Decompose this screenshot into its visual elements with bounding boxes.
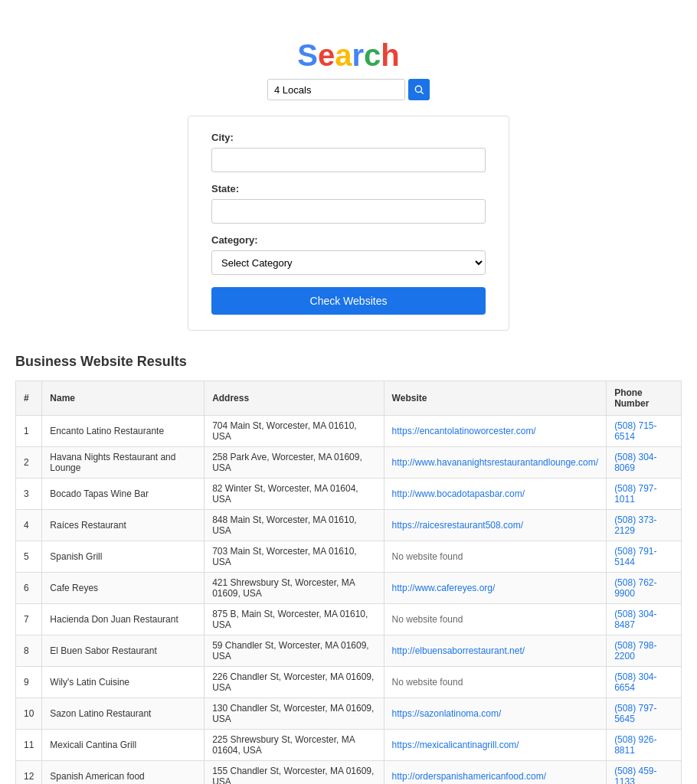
top-search-bar (15, 79, 682, 100)
table-row: 1Encanto Latino Restaurante704 Main St, … (16, 416, 682, 447)
cell-website[interactable]: https://raicesrestaurant508.com/ (384, 510, 607, 541)
category-select[interactable]: Select Category (211, 250, 486, 275)
results-section: Business Website Results # Name Address … (15, 354, 682, 784)
cell-address: 704 Main St, Worcester, MA 01610, USA (205, 416, 384, 447)
top-search-input[interactable] (267, 79, 405, 100)
title-letter-s: S (297, 38, 318, 72)
title-letter-e: e (318, 38, 335, 72)
table-row: 10Sazon Latino Restaurant130 Chandler St… (16, 698, 682, 730)
website-link[interactable]: https://mexicalicantinagrill.com/ (392, 740, 519, 750)
phone-link[interactable]: (508) 762-9900 (614, 577, 656, 599)
website-link[interactable]: http://elbuensaborrestaurant.net/ (392, 645, 525, 656)
no-website-text: No website found (392, 677, 463, 688)
table-row: 9Wily's Latin Cuisine226 Chandler St, Wo… (16, 667, 682, 698)
cell-num: 12 (16, 761, 42, 785)
cell-num: 3 (16, 479, 42, 510)
website-link[interactable]: http://www.cafereyes.org/ (392, 583, 496, 593)
cell-name: Encanto Latino Restaurante (42, 416, 205, 447)
cell-address: 59 Chandler St, Worcester, MA 01609, USA (205, 635, 384, 667)
phone-link[interactable]: (508) 797-1011 (614, 483, 656, 505)
table-row: 3Bocado Tapas Wine Bar82 Winter St, Worc… (16, 479, 682, 510)
website-link[interactable]: http://www.bocadotapasbar.com/ (392, 488, 525, 499)
top-search-button[interactable] (408, 79, 430, 100)
website-link[interactable]: https://encantolatinoworcester.com/ (392, 426, 536, 436)
phone-link[interactable]: (508) 304-6654 (614, 671, 656, 693)
cell-address: 225 Shrewsbury St, Worcester, MA 01604, … (205, 730, 384, 761)
phone-link[interactable]: (508) 459-1133 (614, 766, 656, 784)
check-websites-button[interactable]: Check Websites (211, 287, 486, 315)
cell-num: 8 (16, 635, 42, 667)
col-header-website: Website (384, 381, 607, 416)
filter-form: City: State: Category: Select Category C… (188, 116, 509, 331)
cell-num: 7 (16, 604, 42, 635)
cell-address: 155 Chandler St, Worcester, MA 01609, US… (205, 761, 384, 785)
state-label: State: (211, 183, 486, 194)
cell-phone: (508) 926-8811 (607, 730, 682, 761)
cell-address: 226 Chandler St, Worcester, MA 01609, US… (205, 667, 384, 698)
search-header: Search (15, 38, 682, 100)
cell-phone: (508) 304-8487 (607, 604, 682, 635)
state-input[interactable] (211, 199, 486, 224)
cell-num: 11 (16, 730, 42, 761)
table-row: 12Spanish American food155 Chandler St, … (16, 761, 682, 785)
website-link[interactable]: http://www.havananightsrestaurantandloun… (392, 457, 599, 468)
table-row: 6Cafe Reyes421 Shrewsbury St, Worcester,… (16, 573, 682, 604)
col-header-name: Name (42, 381, 205, 416)
table-row: 8El Buen Sabor Restaurant59 Chandler St,… (16, 635, 682, 667)
phone-link[interactable]: (508) 715-6514 (614, 420, 656, 442)
cell-website[interactable]: http://orderspanishamericanfood.com/ (384, 761, 607, 785)
svg-line-1 (421, 92, 424, 94)
cell-phone: (508) 797-5645 (607, 698, 682, 730)
cell-phone: (508) 791-5144 (607, 541, 682, 573)
cell-website[interactable]: http://www.havananightsrestaurantandloun… (384, 447, 607, 479)
cell-name: El Buen Sabor Restaurant (42, 635, 205, 667)
website-link[interactable]: https://raicesrestaurant508.com/ (392, 520, 523, 531)
city-input[interactable] (211, 148, 486, 172)
table-row: 4Raíces Restaurant848 Main St, Worcester… (16, 510, 682, 541)
cell-address: 421 Shrewsbury St, Worcester, MA 01609, … (205, 573, 384, 604)
cell-website: No website found (384, 667, 607, 698)
phone-link[interactable]: (508) 373-2129 (614, 514, 656, 536)
no-website-text: No website found (392, 551, 463, 562)
col-header-address: Address (205, 381, 384, 416)
cell-website: No website found (384, 604, 607, 635)
table-header-row: # Name Address Website Phone Number (16, 381, 682, 416)
cell-name: Sazon Latino Restaurant (42, 698, 205, 730)
table-row: 11Mexicali Cantina Grill225 Shrewsbury S… (16, 730, 682, 761)
cell-num: 5 (16, 541, 42, 573)
title-letter-a: a (335, 38, 352, 72)
cell-name: Wily's Latin Cuisine (42, 667, 205, 698)
phone-link[interactable]: (508) 791-5144 (614, 546, 656, 567)
cell-phone: (508) 762-9900 (607, 573, 682, 604)
cell-website[interactable]: https://sazonlatinoma.com/ (384, 698, 607, 730)
cell-website[interactable]: http://www.cafereyes.org/ (384, 573, 607, 604)
cell-website[interactable]: https://encantolatinoworcester.com/ (384, 416, 607, 447)
cell-num: 9 (16, 667, 42, 698)
phone-link[interactable]: (508) 304-8069 (614, 452, 656, 473)
phone-link[interactable]: (508) 797-5645 (614, 703, 656, 724)
website-link[interactable]: https://sazonlatinoma.com/ (392, 708, 502, 719)
city-label: City: (211, 132, 486, 143)
website-link[interactable]: http://orderspanishamericanfood.com/ (392, 771, 546, 782)
cell-website[interactable]: https://mexicalicantinagrill.com/ (384, 730, 607, 761)
cell-num: 1 (16, 416, 42, 447)
cell-name: Mexicali Cantina Grill (42, 730, 205, 761)
cell-website[interactable]: http://elbuensaborrestaurant.net/ (384, 635, 607, 667)
phone-link[interactable]: (508) 926-8811 (614, 734, 656, 756)
phone-link[interactable]: (508) 304-8487 (614, 609, 656, 630)
phone-link[interactable]: (508) 798-2200 (614, 640, 656, 662)
cell-address: 130 Chandler St, Worcester, MA 01609, US… (205, 698, 384, 730)
cell-website[interactable]: http://www.bocadotapasbar.com/ (384, 479, 607, 510)
cell-num: 2 (16, 447, 42, 479)
cell-name: Bocado Tapas Wine Bar (42, 479, 205, 510)
title-letter-r: r (352, 38, 364, 72)
search-icon (414, 84, 424, 95)
cell-phone: (508) 797-1011 (607, 479, 682, 510)
cell-phone: (508) 373-2129 (607, 510, 682, 541)
cell-num: 10 (16, 698, 42, 730)
cell-name: Hacienda Don Juan Restaurant (42, 604, 205, 635)
results-table: # Name Address Website Phone Number 1Enc… (15, 381, 682, 784)
cell-name: Cafe Reyes (42, 573, 205, 604)
col-header-phone: Phone Number (607, 381, 682, 416)
cell-name: Spanish Grill (42, 541, 205, 573)
